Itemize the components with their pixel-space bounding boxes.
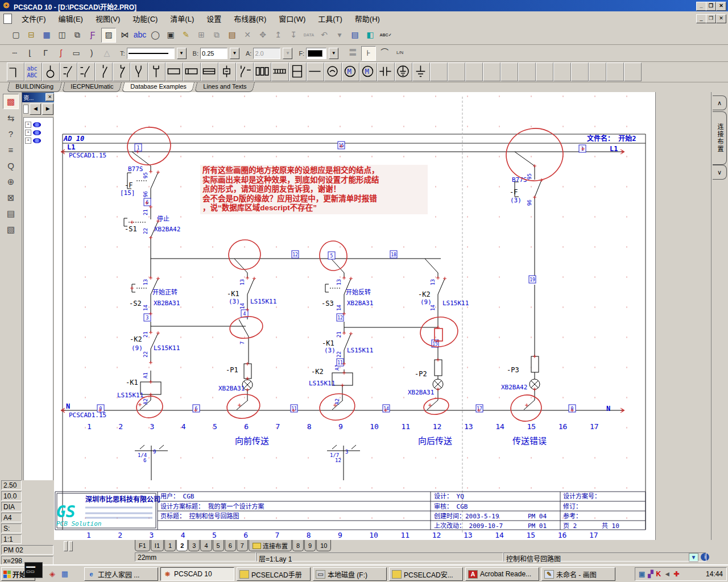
fork-contact-2-button[interactable] — [148, 63, 166, 81]
symbol-tab-lines-and-texts[interactable]: Lines and Texts — [195, 82, 255, 92]
splitter-handle-1[interactable] — [64, 541, 68, 551]
panel-up-icon[interactable]: ∧ — [713, 95, 727, 110]
palette-mini-field[interactable] — [23, 105, 28, 114]
snap-grid-icon[interactable]: ▩ — [3, 94, 19, 109]
tab-connection-layout[interactable]: 连接布置 — [713, 111, 727, 165]
motor-1-button[interactable]: M — [342, 63, 359, 81]
taskbar-button-7[interactable]: ✎未命名 - 画图 — [541, 567, 615, 581]
taskbar-button-5[interactable]: PCSELCAD安... — [389, 567, 463, 581]
hatch-mode-button[interactable]: ▨ — [101, 28, 116, 43]
break-contact-2-button[interactable] — [113, 63, 130, 81]
pencil-tool-button[interactable]: ✎ — [179, 28, 193, 42]
page-tab-7[interactable]: 7 — [237, 540, 248, 551]
box-symbol-2-button[interactable] — [183, 63, 201, 81]
text-abc-button[interactable]: abc — [133, 28, 147, 42]
page-tab-4[interactable]: 4 — [200, 540, 212, 551]
undo-dropdown-button[interactable]: ▾ — [333, 28, 346, 42]
page-tab-6[interactable]: 6 — [225, 540, 236, 551]
tree-expand-icon[interactable]: + — [25, 138, 31, 144]
break-contact-button[interactable] — [95, 63, 113, 81]
palette-prev-icon[interactable]: ◀ — [30, 103, 41, 115]
wire-line-button[interactable] — [307, 63, 324, 81]
page-tab-3[interactable]: 3 — [188, 540, 200, 551]
close-button[interactable]: ✕ — [716, 2, 726, 11]
corner-button[interactable]: Γ — [39, 47, 52, 60]
calculator-icon[interactable]: ▦ — [59, 568, 71, 580]
ime-toolbar[interactable]: ▬▬▭▭ — [24, 562, 43, 578]
symbol-tab-buildinging[interactable]: BUILDINGing — [7, 82, 62, 92]
minimize-button[interactable]: _ — [696, 2, 706, 11]
restore-button[interactable]: ❐ — [706, 2, 716, 11]
delete-button[interactable]: ✕ — [241, 28, 254, 42]
volume-icon[interactable]: ◄ — [664, 568, 671, 580]
taskbar-button-1[interactable]: e工控人家园 ... — [84, 567, 158, 581]
menu-item-2[interactable]: 编辑(E) — [53, 11, 89, 26]
earth-protective-button[interactable] — [395, 63, 412, 81]
panel-down-icon[interactable]: ∨ — [713, 165, 727, 180]
linetype-dropdown-icon[interactable]: ▼ — [177, 48, 187, 59]
wire-corner-button[interactable] — [7, 63, 24, 81]
triple-contact-button[interactable] — [254, 63, 271, 81]
list-add-icon[interactable]: ≡ — [3, 143, 18, 157]
page-tab-10[interactable]: 10 — [316, 540, 331, 551]
visibility-eye-icon[interactable] — [33, 122, 41, 127]
display-icon[interactable]: ▣ — [639, 568, 645, 580]
earth-ground-button[interactable] — [412, 63, 430, 81]
contact-no-e-button[interactable] — [60, 63, 77, 81]
page-tab-f1[interactable]: F1 — [135, 540, 150, 551]
menu-item-5[interactable]: 清单(L) — [164, 11, 200, 26]
page-browse-icon[interactable]: ⇆ — [3, 111, 18, 125]
open-button[interactable]: ⊟ — [24, 28, 38, 42]
valve-symbol-button[interactable] — [218, 63, 236, 81]
spell-check-button[interactable]: ABC✓ — [379, 28, 392, 42]
color-dropdown-icon[interactable]: ▼ — [329, 48, 338, 59]
crop-tool-button[interactable]: ▣ — [164, 28, 177, 42]
circle-tool-button[interactable]: ◯ — [148, 28, 162, 42]
arc-wire-button[interactable]: ⌒ — [378, 46, 391, 60]
parts-list-button[interactable]: ▤ — [348, 28, 362, 42]
menu-item-6[interactable]: 设置 — [201, 11, 227, 26]
undo-button[interactable]: ↶ — [317, 28, 331, 42]
lower-button[interactable]: ↧ — [287, 28, 300, 42]
box-symbol-3-button[interactable] — [201, 63, 218, 81]
antivirus-k-icon[interactable]: K — [656, 568, 661, 580]
double-line-button[interactable]: 〓 — [346, 46, 359, 60]
mdi-close-button[interactable]: ✕ — [716, 14, 726, 23]
mdi-restore-button[interactable]: ❐ — [706, 14, 716, 23]
tree-item-2[interactable]: + — [25, 130, 52, 136]
document-view-icon[interactable]: ▤ — [3, 206, 18, 221]
paste-clipboard-button[interactable]: ▤ — [225, 28, 239, 42]
symbol-tab-database-examples[interactable]: Database Examples — [122, 82, 195, 92]
menu-item-7[interactable]: 布线器(R) — [228, 11, 272, 26]
page-tab-9[interactable]: 9 — [304, 540, 316, 551]
menu-item-3[interactable]: 视图(V) — [90, 11, 126, 26]
taskbar-button-6[interactable]: AAcrobat Reade... — [465, 567, 539, 581]
rectangle-button[interactable]: ▭ — [69, 47, 83, 60]
page-tab-2[interactable]: 2 — [176, 540, 188, 551]
symbol-tab-iecpneumatic[interactable]: IECPNEUmatic — [62, 82, 122, 92]
print-batch-button[interactable]: ⧉ — [71, 28, 84, 42]
save-button[interactable]: ▦ — [40, 28, 53, 42]
page-tab-i1[interactable]: I1 — [151, 540, 164, 551]
junction-mode-button[interactable]: ⊦ — [361, 46, 376, 61]
fork-contact-button[interactable] — [130, 63, 148, 81]
symbol-mirror-button[interactable]: ⋈ — [118, 28, 131, 42]
tree-expand-icon[interactable]: + — [25, 122, 31, 128]
arc-button[interactable]: ) — [85, 47, 98, 60]
palette-close-icon[interactable]: ✕ — [46, 93, 54, 101]
s-curve-button[interactable]: ʃ — [54, 47, 68, 60]
linetype-select[interactable] — [127, 48, 175, 59]
color-select[interactable] — [306, 48, 326, 59]
motor-2-button[interactable]: M — [359, 63, 377, 81]
probe-button[interactable] — [42, 63, 60, 81]
copy-object-button[interactable]: ⧉ — [210, 28, 224, 42]
raise-button[interactable]: ↥ — [271, 28, 285, 42]
text-abc-button[interactable]: abcABC — [24, 63, 42, 81]
polyline-dashed-button[interactable]: ┄ — [8, 47, 22, 60]
contact-no-dash-button[interactable] — [77, 63, 95, 81]
print-button[interactable]: ◫ — [55, 28, 69, 42]
find-document-icon[interactable]: Q — [3, 159, 18, 173]
page-tab-1[interactable]: 1 — [164, 540, 176, 551]
palette-titlebar[interactable]: 资... ✕ — [22, 93, 55, 102]
tree-item-1[interactable]: + — [25, 122, 52, 128]
